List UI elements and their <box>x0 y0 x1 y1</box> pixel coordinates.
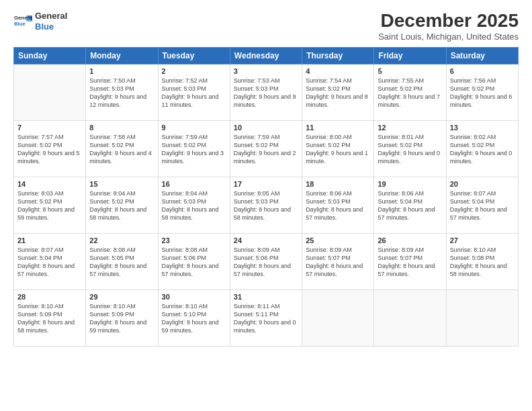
day-number: 12 <box>378 124 442 132</box>
cell-info: Sunrise: 8:09 AMSunset: 5:07 PMDaylight:… <box>306 246 370 279</box>
title-area: December 2025 Saint Louis, Michigan, Uni… <box>378 11 519 42</box>
day-number: 20 <box>450 180 515 188</box>
calendar-cell: 15Sunrise: 8:04 AMSunset: 5:02 PMDayligh… <box>86 177 158 233</box>
logo-text-blue: Blue <box>35 21 67 32</box>
cell-info: Sunrise: 8:10 AMSunset: 5:09 PMDaylight:… <box>17 302 82 335</box>
svg-text:Blue: Blue <box>14 21 26 27</box>
calendar-cell: 16Sunrise: 8:04 AMSunset: 5:03 PMDayligh… <box>158 177 230 233</box>
cell-info: Sunrise: 8:09 AMSunset: 5:06 PMDaylight:… <box>234 246 298 279</box>
weekday-header: Tuesday <box>158 47 230 64</box>
calendar-cell: 29Sunrise: 8:10 AMSunset: 5:09 PMDayligh… <box>86 289 158 346</box>
calendar-week-row: 14Sunrise: 8:03 AMSunset: 5:02 PMDayligh… <box>14 177 519 233</box>
calendar-cell: 28Sunrise: 8:10 AMSunset: 5:09 PMDayligh… <box>14 289 86 346</box>
location: Saint Louis, Michigan, United States <box>378 32 519 42</box>
cell-info: Sunrise: 8:07 AMSunset: 5:04 PMDaylight:… <box>17 246 82 279</box>
calendar-cell: 18Sunrise: 8:06 AMSunset: 5:03 PMDayligh… <box>302 177 374 233</box>
day-number: 30 <box>162 293 226 301</box>
cell-info: Sunrise: 8:04 AMSunset: 5:03 PMDaylight:… <box>162 189 226 222</box>
cell-info: Sunrise: 8:05 AMSunset: 5:03 PMDaylight:… <box>234 189 298 222</box>
day-number: 26 <box>378 236 442 244</box>
cell-info: Sunrise: 7:59 AMSunset: 5:02 PMDaylight:… <box>162 133 226 166</box>
calendar-cell: 13Sunrise: 8:02 AMSunset: 5:02 PMDayligh… <box>446 120 518 177</box>
cell-info: Sunrise: 8:08 AMSunset: 5:05 PMDaylight:… <box>89 246 154 279</box>
weekday-header: Monday <box>86 47 158 64</box>
day-number: 15 <box>89 180 154 188</box>
svg-text:General: General <box>14 15 32 21</box>
day-number: 10 <box>234 124 298 132</box>
weekday-header: Sunday <box>14 47 86 64</box>
calendar-cell: 12Sunrise: 8:01 AMSunset: 5:02 PMDayligh… <box>374 120 446 177</box>
calendar-cell: 20Sunrise: 8:07 AMSunset: 5:04 PMDayligh… <box>446 177 518 233</box>
cell-info: Sunrise: 8:06 AMSunset: 5:03 PMDaylight:… <box>306 189 370 222</box>
day-number: 9 <box>162 124 226 132</box>
calendar-cell: 17Sunrise: 8:05 AMSunset: 5:03 PMDayligh… <box>230 177 302 233</box>
cell-info: Sunrise: 8:10 AMSunset: 5:10 PMDaylight:… <box>162 302 226 335</box>
calendar-cell: 21Sunrise: 8:07 AMSunset: 5:04 PMDayligh… <box>14 233 86 289</box>
weekday-header: Friday <box>374 47 446 64</box>
calendar-cell: 3Sunrise: 7:53 AMSunset: 5:03 PMDaylight… <box>230 64 302 120</box>
logo-text-general: General <box>35 11 67 21</box>
calendar-cell <box>302 289 374 346</box>
cell-info: Sunrise: 7:59 AMSunset: 5:02 PMDaylight:… <box>234 133 298 166</box>
cell-info: Sunrise: 8:11 AMSunset: 5:11 PMDaylight:… <box>234 302 298 335</box>
day-number: 25 <box>306 236 370 244</box>
cell-info: Sunrise: 8:06 AMSunset: 5:04 PMDaylight:… <box>378 189 442 222</box>
calendar-cell: 22Sunrise: 8:08 AMSunset: 5:05 PMDayligh… <box>86 233 158 289</box>
calendar-cell: 5Sunrise: 7:55 AMSunset: 5:02 PMDaylight… <box>374 64 446 120</box>
calendar-week-row: 1Sunrise: 7:50 AMSunset: 5:03 PMDaylight… <box>14 64 519 120</box>
calendar: SundayMondayTuesdayWednesdayThursdayFrid… <box>13 47 519 347</box>
calendar-cell: 4Sunrise: 7:54 AMSunset: 5:02 PMDaylight… <box>302 64 374 120</box>
day-number: 21 <box>17 236 82 244</box>
calendar-cell: 24Sunrise: 8:09 AMSunset: 5:06 PMDayligh… <box>230 233 302 289</box>
cell-info: Sunrise: 8:08 AMSunset: 5:06 PMDaylight:… <box>162 246 226 279</box>
cell-info: Sunrise: 7:53 AMSunset: 5:03 PMDaylight:… <box>234 77 298 109</box>
cell-info: Sunrise: 8:02 AMSunset: 5:02 PMDaylight:… <box>450 133 515 166</box>
weekday-header: Saturday <box>446 47 518 64</box>
logo-icon: General Blue <box>13 12 32 31</box>
calendar-cell: 10Sunrise: 7:59 AMSunset: 5:02 PMDayligh… <box>230 120 302 177</box>
month-title: December 2025 <box>378 11 519 32</box>
day-number: 17 <box>234 180 298 188</box>
calendar-cell: 8Sunrise: 7:58 AMSunset: 5:02 PMDaylight… <box>86 120 158 177</box>
calendar-cell: 19Sunrise: 8:06 AMSunset: 5:04 PMDayligh… <box>374 177 446 233</box>
cell-info: Sunrise: 7:58 AMSunset: 5:02 PMDaylight:… <box>89 133 154 166</box>
day-number: 29 <box>89 293 154 301</box>
calendar-week-row: 21Sunrise: 8:07 AMSunset: 5:04 PMDayligh… <box>14 233 519 289</box>
header: General Blue General Blue December 2025 … <box>13 11 519 42</box>
day-number: 31 <box>234 293 298 301</box>
day-number: 1 <box>89 67 154 75</box>
calendar-cell: 31Sunrise: 8:11 AMSunset: 5:11 PMDayligh… <box>230 289 302 346</box>
calendar-cell: 2Sunrise: 7:52 AMSunset: 5:03 PMDaylight… <box>158 64 230 120</box>
calendar-cell: 9Sunrise: 7:59 AMSunset: 5:02 PMDaylight… <box>158 120 230 177</box>
day-number: 6 <box>450 67 515 75</box>
calendar-cell: 26Sunrise: 8:09 AMSunset: 5:07 PMDayligh… <box>374 233 446 289</box>
day-number: 23 <box>162 236 226 244</box>
day-number: 14 <box>17 180 82 188</box>
calendar-cell: 11Sunrise: 8:00 AMSunset: 5:02 PMDayligh… <box>302 120 374 177</box>
calendar-cell: 23Sunrise: 8:08 AMSunset: 5:06 PMDayligh… <box>158 233 230 289</box>
cell-info: Sunrise: 8:00 AMSunset: 5:02 PMDaylight:… <box>306 133 370 166</box>
calendar-cell <box>446 289 518 346</box>
calendar-cell: 7Sunrise: 7:57 AMSunset: 5:02 PMDaylight… <box>14 120 86 177</box>
calendar-cell: 6Sunrise: 7:56 AMSunset: 5:02 PMDaylight… <box>446 64 518 120</box>
day-number: 19 <box>378 180 442 188</box>
calendar-cell <box>14 64 86 120</box>
calendar-cell: 25Sunrise: 8:09 AMSunset: 5:07 PMDayligh… <box>302 233 374 289</box>
cell-info: Sunrise: 8:07 AMSunset: 5:04 PMDaylight:… <box>450 189 515 222</box>
day-number: 7 <box>17 124 82 132</box>
day-number: 27 <box>450 236 515 244</box>
cell-info: Sunrise: 7:50 AMSunset: 5:03 PMDaylight:… <box>89 77 154 109</box>
calendar-week-row: 28Sunrise: 8:10 AMSunset: 5:09 PMDayligh… <box>14 289 519 346</box>
day-number: 13 <box>450 124 515 132</box>
day-number: 28 <box>17 293 82 301</box>
page: General Blue General Blue December 2025 … <box>0 0 532 411</box>
calendar-cell <box>374 289 446 346</box>
cell-info: Sunrise: 7:52 AMSunset: 5:03 PMDaylight:… <box>162 77 226 109</box>
cell-info: Sunrise: 8:09 AMSunset: 5:07 PMDaylight:… <box>378 246 442 279</box>
cell-info: Sunrise: 8:10 AMSunset: 5:08 PMDaylight:… <box>450 246 515 279</box>
cell-info: Sunrise: 8:03 AMSunset: 5:02 PMDaylight:… <box>17 189 82 222</box>
day-number: 16 <box>162 180 226 188</box>
calendar-cell: 27Sunrise: 8:10 AMSunset: 5:08 PMDayligh… <box>446 233 518 289</box>
day-number: 5 <box>378 67 442 75</box>
cell-info: Sunrise: 7:54 AMSunset: 5:02 PMDaylight:… <box>306 77 370 109</box>
